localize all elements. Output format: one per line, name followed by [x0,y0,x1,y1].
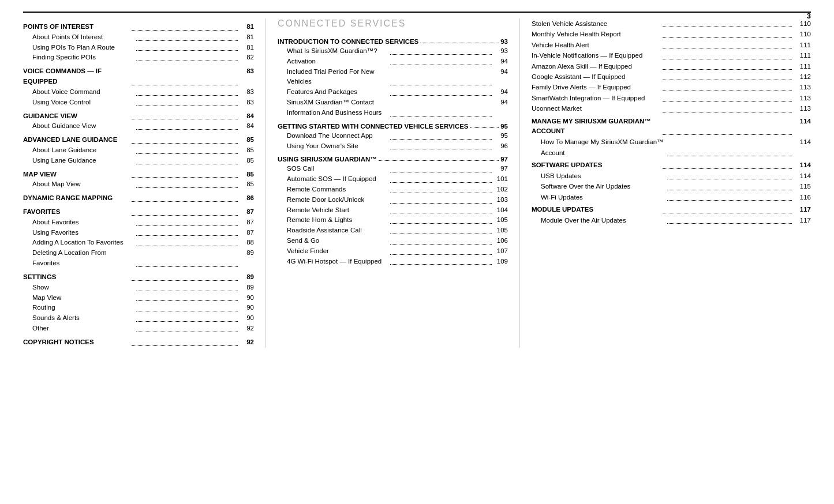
toc-entry: About Favorites 87 [23,217,254,228]
cs-entry: Automatic SOS — If Equipped 101 [278,174,508,185]
entry-text: About Guidance View [32,121,134,131]
cs-entry-text: What Is SiriusXM Guardian™? [287,46,388,57]
entry-page: 84 [240,121,254,131]
entry-page: 82 [240,52,254,63]
entry-text: Using Favorites [32,228,134,238]
toc-entry: Using Lane Guidance 85 [23,156,254,166]
cs-entry: Activation 94 [278,57,508,67]
rc-entry-text: Stolen Vehicle Assistance [532,18,661,29]
middle-column: CONNECTED SERVICESINTRODUCTION TO CONNEC… [265,18,519,348]
rc-entry: Amazon Alexa Skill — If Equipped 111 [532,61,811,72]
section-dots [132,193,238,202]
toc-entry: Deleting A Location From Favorites 89 [23,248,254,269]
rc-section-text: MODULE UPDATES [532,205,661,215]
entry-dots [136,228,238,236]
cs-entry-page: 101 [493,174,508,185]
rc-entry: Wi-Fi Updates 116 [532,192,811,202]
entry-text: Using Lane Guidance [32,156,134,166]
toc-entry: About Points Of Interest 81 [23,32,254,43]
entry-page: 83 [240,87,254,97]
section-page: 85 [240,170,254,180]
rc-entry-dots [663,29,792,37]
cs-entry: Send & Go 106 [278,236,508,246]
cs-entry-dots [390,87,492,96]
entry-dots [136,97,238,106]
entry-dots [136,238,238,246]
rc-entry-dots [663,82,792,91]
entry-dots [136,324,238,332]
entry-text: Show [32,283,134,293]
rc-entry-text: How To Manage My SiriusXM Guardian™ Acco… [541,137,665,158]
cs-entry-page: 97 [493,164,508,174]
rc-entry-text: Monthly Vehicle Health Report [532,29,661,39]
section-dots [132,135,238,144]
entry-page: 89 [240,283,254,293]
rc-entry-dots [667,192,792,201]
entry-text: Finding Specific POIs [32,52,134,63]
entry-text: Deleting A Location From Favorites [32,248,134,269]
rc-section-dots [663,116,792,136]
rc-entry-text: USB Updates [541,171,665,181]
section-dots [132,170,238,178]
cs-entry-text: Automatic SOS — If Equipped [287,174,388,185]
entry-text: About Points Of Interest [32,32,134,43]
entry-dots [136,313,238,322]
entry-page: 89 [240,248,254,269]
rc-entry: How To Manage My SiriusXM Guardian™ Acco… [532,137,811,158]
section-page: 81 [240,22,254,32]
cs-header-text: INTRODUCTION TO CONNECTED SERVICES [278,38,418,45]
columns-wrapper: POINTS OF INTEREST 81 About Points Of In… [23,18,811,348]
cs-entry-text: Remote Vehicle Start [287,205,388,216]
rc-entry-text: Google Assistant — If Equipped [532,72,661,82]
rc-entry: Stolen Vehicle Assistance 110 [532,18,811,29]
section-text: COPYRIGHT NOTICES [23,337,130,348]
rc-section-page: 114 [794,116,811,137]
toc-section: SETTINGS 89 [23,272,254,283]
entry-dots [136,303,238,311]
section-text: ADVANCED LANE GUIDANCE [23,135,130,145]
cs-header-dots [379,156,499,161]
toc-entry: Show 89 [23,283,254,293]
left-column: POINTS OF INTEREST 81 About Points Of In… [23,18,265,348]
rc-entry: Google Assistant — If Equipped 112 [532,72,811,82]
connected-services-title: CONNECTED SERVICES [278,18,508,31]
rc-entry-page: 111 [794,61,811,72]
entry-dots [136,293,238,302]
section-page: 87 [240,207,254,217]
section-dots [132,207,238,216]
cs-entry-page: 105 [493,215,508,225]
rc-section-header: MANAGE MY SIRIUSXM GUARDIAN™ ACCOUNT 114 [532,116,811,137]
rc-entry: Software Over the Air Updates 115 [532,181,811,191]
rc-entry-dots [663,93,792,101]
cs-header-text: GETTING STARTED WITH CONNECTED VEHICLE S… [278,123,469,130]
cs-entry-page: 94 [493,97,508,118]
entry-text: Other [32,324,134,334]
rc-entry-page: 114 [794,171,811,181]
toc-entry: Map View 90 [23,293,254,303]
section-dots [132,337,238,346]
entry-dots [136,87,238,96]
section-text: GUIDANCE VIEW [23,111,130,122]
rc-entry-dots [663,61,792,70]
toc-entry: About Guidance View 84 [23,121,254,131]
section-text: SETTINGS [23,272,130,283]
toc-entry: About Voice Command 83 [23,87,254,97]
entry-text: About Voice Command [32,87,134,97]
rc-entry: USB Updates 114 [532,171,811,181]
cs-entry-page: 106 [493,236,508,246]
entry-text: Adding A Location To Favorites [32,238,134,248]
entry-page: 92 [240,324,254,334]
cs-entry-dots [390,236,492,245]
toc-section: GUIDANCE VIEW 84 [23,111,254,122]
section-dots [132,22,238,31]
entry-page: 83 [240,97,254,108]
section-text: FAVORITES [23,207,130,217]
entry-text: About Map View [32,179,134,190]
cs-entry-dots [390,57,492,65]
cs-entry: Remote Commands 102 [278,185,508,195]
cs-entry-dots [390,131,492,140]
cs-entry-text: Send & Go [287,236,388,246]
cs-entry-text: Included Trial Period For New Vehicles [287,67,388,88]
entry-dots [136,283,238,291]
entry-dots [136,121,238,130]
